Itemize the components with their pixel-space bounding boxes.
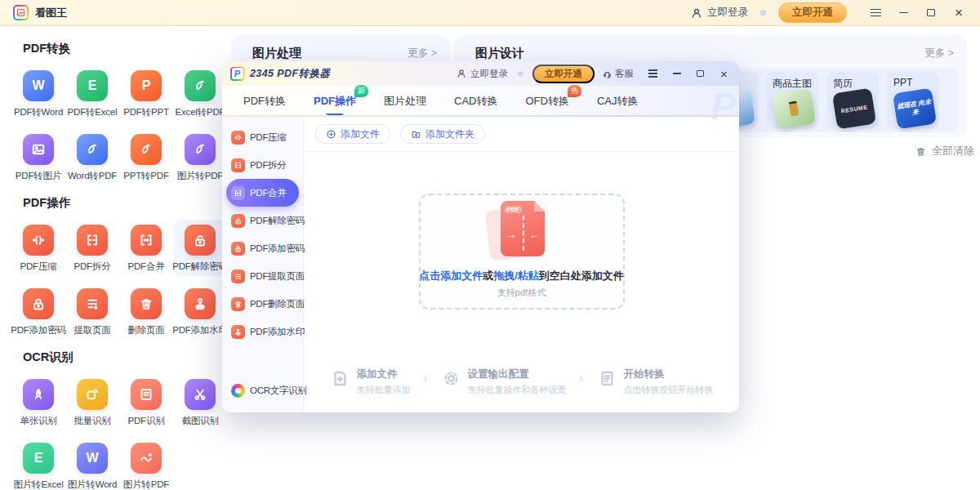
stamp-icon bbox=[231, 325, 245, 339]
panel-image-processing-title: 图片处理 bbox=[252, 46, 301, 61]
dialog-login-button[interactable]: 立即登录 bbox=[456, 68, 508, 80]
dropzone-instruction: 点击添加文件或拖拽/粘贴到空白处添加文件 bbox=[419, 269, 624, 283]
ppt-to-pdf-icon bbox=[131, 134, 162, 165]
tool-word-to-pdf[interactable]: Word转PDF bbox=[65, 129, 119, 185]
tab-image-processing[interactable]: 图片处理 bbox=[384, 94, 426, 109]
sidebar-item-pdf-merge[interactable]: PDF合并 bbox=[226, 179, 299, 207]
vip-heart-icon[interactable] bbox=[757, 7, 769, 19]
active-tab-underline bbox=[326, 111, 344, 116]
login-label: 立即登录 bbox=[707, 6, 748, 20]
step-arrow-icon: › bbox=[580, 371, 584, 385]
merge-arrow-right-icon: → bbox=[506, 229, 517, 241]
image-processing-more-link[interactable]: 更多 > bbox=[408, 47, 437, 60]
trash-icon bbox=[915, 145, 927, 158]
hamburger-icon bbox=[871, 12, 881, 14]
tab-cad-convert[interactable]: CAD转换 bbox=[454, 94, 497, 109]
tool-sidebar: PDF转换 WPDF转Word EPDF转Excel PPDF转PPT Exce… bbox=[11, 31, 229, 490]
tool-batch-ocr[interactable]: 批量识别 bbox=[65, 374, 119, 430]
tool-pdf-to-ppt[interactable]: PPDF转PPT bbox=[119, 65, 173, 122]
tool-pdf-compress[interactable]: PDF压缩 bbox=[11, 220, 65, 276]
dialog-maximize-button[interactable] bbox=[693, 67, 707, 81]
menu-button[interactable] bbox=[867, 5, 884, 21]
tool-screenshot-ocr[interactable]: 截图识别 bbox=[173, 374, 227, 430]
tool-pdf-ocr[interactable]: PDF识别 bbox=[119, 374, 173, 430]
app-title: 看图王 bbox=[35, 6, 67, 20]
sidebar-item-pdf-remove-password[interactable]: PDF解除密码 bbox=[226, 207, 299, 234]
tab-caj-convert[interactable]: CAJ转换 bbox=[597, 94, 639, 109]
merge-icon bbox=[231, 186, 245, 200]
pdf-add-password-icon bbox=[23, 288, 54, 319]
tool-excel-to-pdf[interactable]: Excel转PDF bbox=[173, 65, 227, 122]
tool-pdf-add-password[interactable]: PDF添加密码 bbox=[11, 283, 65, 340]
sidebar-item-pdf-add-password[interactable]: PDF添加密码 bbox=[226, 234, 299, 262]
add-folder-button[interactable]: 添加文件夹 bbox=[400, 124, 485, 144]
tool-single-ocr[interactable]: 单张识别 bbox=[11, 374, 65, 430]
dialog-support-button[interactable]: 客服 bbox=[602, 68, 634, 80]
pdf-converter-dialog: P 2345 PDF转换器 立即登录 立即开通 客服 × PDF转换 PDF操作 bbox=[222, 61, 739, 412]
tool-delete-pages[interactable]: 删除页面 bbox=[119, 283, 173, 340]
design-card-resume[interactable]: 简历 RESUME bbox=[826, 72, 879, 129]
design-card-ppt[interactable]: PPT 就现在 向未来 bbox=[887, 72, 939, 129]
minimize-button[interactable] bbox=[895, 5, 911, 21]
tool-image-to-pdf-ocr[interactable]: 图片转PDF bbox=[119, 438, 173, 490]
vip-upgrade-button[interactable]: 立即开通 bbox=[778, 2, 847, 23]
close-button[interactable]: × bbox=[951, 5, 967, 21]
image-to-pdf-icon bbox=[185, 134, 216, 165]
resume-thumbnail: RESUME bbox=[832, 88, 876, 130]
tool-pdf-split[interactable]: PDF拆分 bbox=[65, 220, 119, 276]
dialog-close-button[interactable]: × bbox=[717, 67, 731, 81]
sidebar-item-pdf-extract-pages[interactable]: PDF提取页面 bbox=[226, 262, 299, 290]
maximize-icon bbox=[927, 9, 935, 16]
dialog-minimize-button[interactable] bbox=[670, 67, 684, 81]
dialog-vip-button[interactable]: 立即开通 bbox=[532, 65, 595, 83]
pdf-to-ppt-icon: P bbox=[131, 70, 162, 101]
tool-image-to-excel[interactable]: E图片转Excel bbox=[11, 438, 65, 490]
tool-pdf-watermark[interactable]: PDF添加水印 bbox=[173, 283, 227, 340]
sidebar-item-pdf-watermark[interactable]: PDF添加水印 bbox=[226, 318, 299, 345]
tool-extract-pages[interactable]: 提取页面 bbox=[65, 283, 119, 340]
file-dropzone[interactable]: PDF → ← 点击添加文件或拖拽/粘贴到空白处添加文件 支持pdf格式 bbox=[419, 194, 625, 310]
tab-pdf-ops[interactable]: PDF操作 新 bbox=[314, 94, 356, 109]
unlock-icon bbox=[231, 214, 245, 228]
dialog-tab-bar: PDF转换 PDF操作 新 图片处理 CAD转换 OFD转换 热 CAJ转换 P bbox=[222, 86, 739, 117]
ppt-thumbnail: 就现在 向未来 bbox=[893, 88, 937, 130]
pdf-remove-password-icon bbox=[185, 225, 216, 256]
tool-pdf-remove-password[interactable]: PDF解除密码 bbox=[173, 220, 227, 276]
pdf-to-excel-icon: E bbox=[77, 70, 108, 101]
tool-pdf-to-image[interactable]: PDF转图片 bbox=[11, 129, 65, 185]
design-card-product[interactable]: 商品主图 bbox=[766, 72, 818, 129]
add-file-button[interactable]: 添加文件 bbox=[315, 124, 390, 144]
word-to-pdf-icon bbox=[77, 134, 108, 165]
tab-ofd-convert[interactable]: OFD转换 热 bbox=[525, 94, 568, 109]
sidebar-item-ocr-text[interactable]: OCR文字识别 bbox=[226, 376, 299, 404]
file-plus-icon bbox=[330, 368, 350, 389]
ocr-icon bbox=[231, 384, 245, 398]
sidebar-item-pdf-split[interactable]: PDF拆分 bbox=[226, 151, 299, 179]
dialog-menu-button[interactable] bbox=[646, 67, 660, 81]
sidebar-item-pdf-compress[interactable]: PDF压缩 bbox=[226, 123, 299, 151]
login-button[interactable]: 立即登录 bbox=[690, 6, 748, 20]
tool-image-to-pdf[interactable]: 图片转PDF bbox=[173, 129, 227, 185]
hot-badge: 热 bbox=[568, 85, 581, 97]
pdf-split-icon bbox=[77, 225, 108, 256]
maximize-button[interactable] bbox=[923, 5, 939, 21]
avatar-icon bbox=[690, 7, 703, 20]
tool-ppt-to-pdf[interactable]: PPT转PDF bbox=[119, 129, 173, 185]
tab-pdf-convert[interactable]: PDF转换 bbox=[243, 94, 286, 109]
split-icon bbox=[231, 158, 245, 172]
dialog-heart-icon[interactable] bbox=[515, 69, 525, 78]
tool-pdf-to-word[interactable]: WPDF转Word bbox=[11, 65, 65, 122]
app-logo-icon bbox=[13, 5, 29, 20]
pdf-to-word-icon: W bbox=[23, 70, 54, 101]
tool-pdf-to-excel[interactable]: EPDF转Excel bbox=[65, 65, 119, 122]
dialog-content: 添加文件 添加文件夹 PDF → ← bbox=[304, 117, 739, 412]
excel-to-pdf-icon bbox=[185, 70, 216, 101]
tool-pdf-merge[interactable]: PDF合并 bbox=[119, 220, 173, 276]
dialog-hamburger-icon bbox=[648, 73, 657, 74]
clear-all-button[interactable]: 全部清除 bbox=[915, 144, 974, 158]
image-design-more-link[interactable]: 更多 > bbox=[924, 47, 954, 60]
tool-image-to-word[interactable]: W图片转Word bbox=[65, 438, 119, 490]
sidebar-item-pdf-delete-pages[interactable]: PDF删除页面 bbox=[226, 290, 299, 318]
pdf-compress-icon bbox=[23, 225, 54, 256]
batch-ocr-icon bbox=[77, 379, 108, 410]
